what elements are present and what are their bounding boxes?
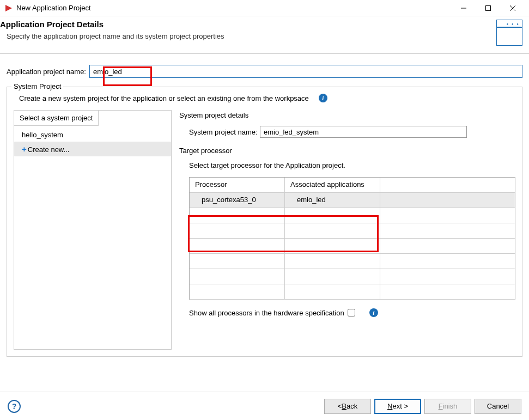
details-header: System project details [179, 111, 515, 119]
cell-processor: psu_cortexa53_0 [190, 193, 285, 208]
info-icon[interactable]: i [319, 94, 327, 102]
project-name-row: Application project name: [7, 65, 522, 78]
title-bar: New Application Project [0, 0, 529, 16]
sys-name-label: System project name: [189, 128, 260, 136]
group-title: System Project [11, 82, 63, 90]
help-button[interactable]: ? [8, 400, 21, 413]
window-title: New Application Project [16, 4, 451, 12]
svg-rect-1 [485, 5, 490, 10]
show-all-label: Show all processors in the hardware spec… [189, 309, 344, 317]
wizard-icon: ● ● ● [496, 20, 522, 46]
back-button[interactable]: < Back [324, 399, 371, 414]
col-processor: Processor [190, 178, 285, 193]
project-name-input[interactable] [89, 65, 522, 78]
wizard-header: Application Project Details Specify the … [0, 16, 529, 54]
wizard-footer: ? < Back Next > Finish Cancel [0, 392, 529, 420]
list-item-hello-system[interactable]: hello_system [14, 128, 171, 142]
list-item-create-new[interactable]: +Create new... [14, 142, 171, 156]
app-icon [4, 4, 13, 13]
create-new-label: Create new... [28, 145, 70, 154]
finish-button: Finish [424, 399, 471, 414]
maximize-button[interactable] [476, 1, 500, 16]
info-icon[interactable]: i [369, 308, 378, 317]
sys-name-input[interactable] [260, 126, 467, 138]
target-processor-desc: Select target processor for the Applicat… [189, 161, 515, 169]
project-name-label: Application project name: [7, 68, 86, 76]
minimize-button[interactable] [451, 1, 476, 16]
group-description: Create a new system project for the appl… [19, 94, 309, 102]
system-project-list: Select a system project hello_system +Cr… [14, 110, 172, 350]
table-row[interactable]: psu_cortexa53_0 emio_led [190, 193, 515, 208]
system-project-group: System Project Create a new system proje… [7, 87, 522, 357]
show-all-checkbox[interactable] [348, 309, 355, 316]
next-button[interactable]: Next > [374, 399, 421, 414]
plus-icon: + [22, 144, 27, 154]
system-project-details: System project details System project na… [179, 110, 515, 350]
col-empty [380, 178, 515, 193]
cancel-button[interactable]: Cancel [475, 399, 521, 414]
cell-app: emio_led [285, 193, 380, 208]
close-button[interactable] [500, 1, 525, 16]
col-apps: Associated applications [285, 178, 380, 193]
processor-table[interactable]: Processor Associated applications psu_co… [189, 177, 515, 300]
target-processor-header: Target processor [179, 147, 515, 155]
page-subtitle: Specify the application project name and… [0, 32, 496, 40]
page-title: Application Project Details [0, 20, 496, 29]
list-header: Select a system project [14, 111, 99, 126]
